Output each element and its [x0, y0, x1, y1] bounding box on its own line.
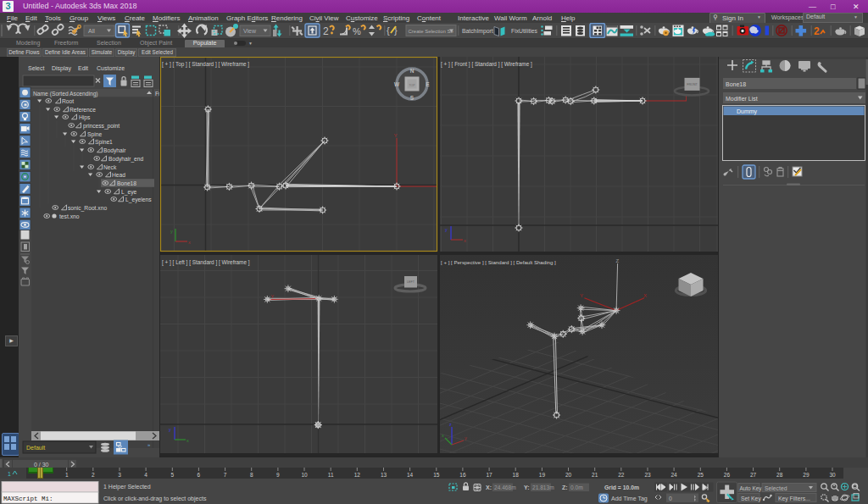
svg-text:Selected: Selected [765, 485, 787, 491]
svg-text:FixUtilities: FixUtilities [511, 28, 538, 34]
svg-text:N: N [410, 68, 415, 74]
svg-text:[ + ] [ Left ] [ Standard ] [: [ + ] [ Left ] [ Standard ] [ Wireframe … [162, 259, 250, 266]
svg-text:Modifier List: Modifier List [726, 96, 758, 102]
svg-text:11: 11 [328, 472, 334, 478]
svg-text:y: y [170, 229, 173, 234]
svg-text:princess_point: princess_point [83, 123, 120, 130]
svg-text:26: 26 [724, 472, 731, 478]
svg-text:29: 29 [803, 472, 810, 478]
svg-text:0.0m: 0.0m [570, 485, 583, 490]
svg-text:Select: Select [28, 65, 45, 71]
svg-text:21.813m: 21.813m [532, 485, 554, 490]
svg-text:All: All [88, 28, 95, 34]
svg-text:Neck: Neck [103, 164, 117, 170]
svg-text:y: y [465, 435, 467, 440]
svg-text:23: 23 [644, 472, 651, 478]
svg-text:1 Helper Selected: 1 Helper Selected [103, 484, 151, 490]
svg-text:x: x [464, 238, 466, 243]
svg-text:19: 19 [539, 472, 546, 478]
svg-text:28: 28 [776, 472, 783, 478]
svg-text:Spine1: Spine1 [95, 139, 113, 146]
svg-text:1: 1 [8, 471, 11, 477]
svg-text:Set Key: Set Key [741, 496, 761, 502]
svg-text:Bone18: Bone18 [726, 81, 746, 87]
svg-text:z: z [449, 422, 452, 427]
svg-text:0: 0 [669, 496, 672, 501]
svg-text:Grid = 10.0m: Grid = 10.0m [604, 485, 639, 490]
svg-text:13: 13 [381, 472, 387, 478]
svg-text:[ + ] [ Front ] [ Standard ] [: [ + ] [ Front ] [ Standard ] [ Wireframe… [441, 61, 532, 68]
svg-text:x: x [188, 240, 191, 245]
svg-text:18: 18 [513, 472, 520, 478]
svg-text:Y: Y [580, 293, 583, 298]
svg-text:X: X [643, 293, 647, 298]
svg-text:Bone18: Bone18 [117, 180, 136, 186]
svg-text:TOP: TOP [409, 84, 416, 87]
svg-text:Y: Y [271, 294, 275, 299]
svg-text:Edit: Edit [78, 65, 88, 71]
svg-text:Y:: Y: [524, 485, 529, 490]
svg-text:1: 1 [65, 472, 69, 478]
svg-text:24.468m: 24.468m [494, 485, 516, 490]
svg-text:Head: Head [112, 172, 125, 178]
svg-text:W: W [394, 81, 400, 87]
svg-text:10: 10 [301, 472, 308, 478]
svg-text:{: { [387, 25, 390, 36]
svg-text:Reference: Reference [70, 107, 96, 113]
svg-text:x: x [442, 433, 444, 438]
svg-text:S: S [410, 95, 415, 101]
svg-text:17: 17 [486, 472, 492, 478]
svg-text:2: 2 [92, 472, 95, 478]
svg-text:20: 20 [565, 472, 572, 478]
svg-text:22: 22 [618, 472, 625, 478]
svg-text:X:: X: [486, 485, 492, 490]
svg-text:5: 5 [170, 472, 174, 478]
svg-text:Display: Display [52, 65, 71, 72]
svg-text:LEFT: LEFT [407, 280, 415, 284]
svg-text:Key Filters...: Key Filters... [778, 496, 810, 502]
svg-text:MAXScript Mi:: MAXScript Mi: [3, 496, 53, 502]
svg-text:2: 2 [323, 25, 329, 37]
svg-text:y: y [169, 427, 171, 432]
svg-text:0 / 30: 0 / 30 [34, 462, 49, 468]
svg-text:7: 7 [224, 472, 227, 478]
svg-text:Default: Default [26, 445, 45, 451]
svg-text:L_eyelens: L_eyelens [125, 197, 152, 203]
svg-text:[ + ] [ Perspective ] [ Standa: [ + ] [ Perspective ] [ Standard ] [ Def… [441, 259, 556, 265]
svg-text:2: 2 [814, 25, 820, 37]
svg-text:x: x [186, 438, 189, 443]
svg-text:21: 21 [592, 472, 598, 478]
svg-text:BatchImport: BatchImport [462, 28, 493, 35]
svg-text:Auto Key: Auto Key [740, 485, 763, 492]
svg-text:14: 14 [407, 472, 414, 478]
svg-text:Customize: Customize [97, 65, 125, 71]
svg-text:24: 24 [670, 472, 677, 478]
svg-text:View: View [243, 28, 257, 34]
svg-text:L_eye: L_eye [121, 189, 137, 196]
svg-text:3: 3 [118, 472, 121, 478]
svg-text:Z:: Z: [562, 485, 568, 490]
svg-text:%: % [353, 26, 361, 36]
svg-text:25: 25 [698, 472, 704, 478]
svg-text:Name (Sorted Ascending): Name (Sorted Ascending) [33, 91, 98, 97]
svg-text:16: 16 [459, 472, 466, 478]
svg-text:test.xno: test.xno [59, 213, 80, 219]
svg-text:9: 9 [276, 472, 280, 478]
svg-text:Y: Y [394, 133, 398, 138]
svg-text:Dummy: Dummy [737, 108, 758, 115]
svg-text:FRONT: FRONT [687, 83, 698, 86]
svg-text:Root: Root [62, 98, 74, 104]
svg-text:Hips: Hips [79, 114, 91, 121]
svg-text:30: 30 [829, 472, 836, 478]
svg-text:Add Time Tag: Add Time Tag [611, 496, 648, 502]
svg-text:E: E [426, 81, 430, 87]
svg-text:Bodyhair: Bodyhair [103, 147, 126, 154]
svg-text:6: 6 [198, 472, 201, 478]
svg-text:Click or click-and-drag to sel: Click or click-and-drag to select object… [103, 496, 207, 502]
svg-text:27: 27 [750, 472, 757, 478]
svg-text:15: 15 [433, 472, 440, 478]
svg-text:4: 4 [144, 472, 147, 478]
svg-text:12: 12 [354, 472, 361, 478]
svg-text:y: y [445, 227, 448, 232]
svg-text:Z: Z [616, 258, 620, 263]
